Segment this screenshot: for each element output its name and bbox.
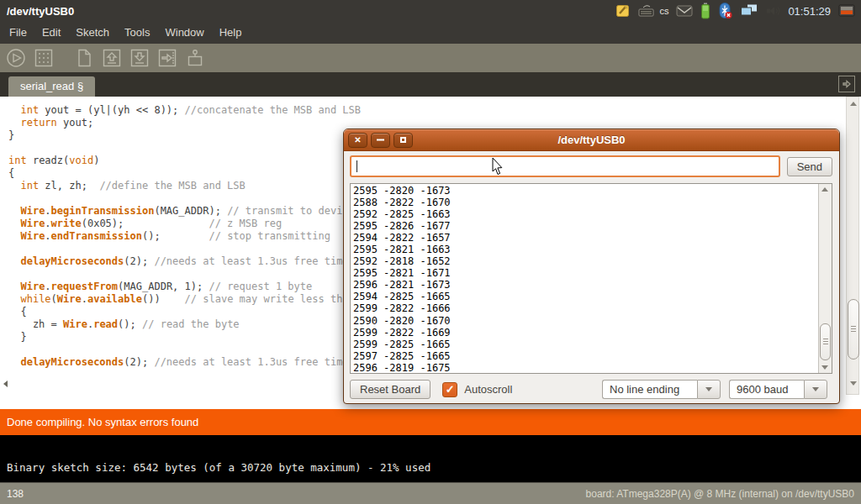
editor-scrollbar[interactable] (846, 97, 859, 395)
serial-window-title: /dev/ttyUSB0 (344, 134, 839, 146)
line-ending-select[interactable]: No line ending (602, 380, 721, 399)
serial-output-line: 2595 -2820 -1673 (353, 185, 816, 197)
serial-output-line: 2595 -2821 -1663 (353, 244, 816, 255)
verify-button[interactable] (5, 47, 27, 69)
notes-icon[interactable] (615, 3, 631, 18)
mouse-cursor (492, 158, 504, 179)
serial-output-text: 2595 -2820 -16732588 -2822 -16702592 -28… (351, 184, 819, 373)
ide-toolbar (0, 44, 861, 72)
open-sketch-button[interactable] (101, 47, 123, 69)
h-scroll-left-arrow[interactable] (3, 381, 8, 387)
serial-output-scrollbar[interactable] (818, 184, 832, 373)
menu-item-window[interactable]: Window (157, 22, 211, 44)
upload-button[interactable] (156, 47, 178, 69)
system-tray: cs 01:51:29 (615, 3, 861, 19)
keyboard-layout-label[interactable]: cs (659, 6, 668, 16)
menu-item-edit[interactable]: Edit (34, 22, 68, 44)
session-menu-icon[interactable] (838, 4, 856, 18)
status-message: Done compiling. No syntax errors found (7, 416, 198, 428)
line-number-indicator: 138 (0, 488, 24, 500)
scroll-up-arrow[interactable] (850, 102, 857, 106)
serial-scrollbar-thumb[interactable] (820, 323, 831, 360)
console-text: Binary sketch size: 6542 bytes (of a 307… (7, 461, 430, 474)
chevron-down-icon[interactable] (697, 380, 721, 399)
board-info: board: ATmega328P(A) @ 8 MHz (internal) … (586, 488, 861, 500)
serial-output-line: 2594 -2822 -1657 (353, 232, 816, 244)
baud-rate-select[interactable]: 9600 baud (729, 380, 827, 399)
serial-output-area[interactable]: 2595 -2820 -16732588 -2822 -16702592 -28… (350, 183, 832, 374)
serial-input-row: Send (344, 151, 839, 181)
console-output: Binary sketch size: 6542 bytes (of a 307… (0, 435, 861, 482)
stop-button[interactable] (33, 47, 55, 69)
menu-item-tools[interactable]: Tools (117, 22, 157, 44)
serial-controls-row: Reset Board ✓ Autoscroll No line ending … (344, 374, 839, 399)
bluetooth-disabled-icon[interactable] (718, 3, 732, 19)
scroll-down-arrow[interactable] (850, 381, 857, 386)
compile-status-bar: Done compiling. No syntax errors found (0, 409, 861, 435)
menu-item-help[interactable]: Help (212, 22, 250, 44)
serial-output-line: 2592 -2818 -1652 (353, 255, 816, 267)
code-line: int yout = (yl|(yh << 8)); //concatenate… (8, 104, 861, 117)
serial-output-line: 2596 -2819 -1675 (353, 362, 816, 374)
desktop-titlebar: /dev/ttyUSB0 cs 01:51:29 (0, 0, 861, 22)
send-button[interactable]: Send (787, 157, 832, 176)
serial-output-line: 2599 -2825 -1665 (353, 339, 816, 350)
scroll-down-arrow[interactable] (821, 365, 828, 370)
baud-rate-value: 9600 baud (729, 380, 804, 399)
network-icon[interactable] (740, 3, 758, 18)
serial-output-line: 2599 -2822 -1666 (353, 302, 816, 314)
new-sketch-button[interactable] (73, 47, 95, 69)
menu-item-file[interactable]: File (2, 22, 34, 44)
scroll-up-arrow[interactable] (821, 187, 828, 192)
tab-serial-read[interactable]: serial_read § (8, 76, 95, 97)
ide-footer: 138 board: ATmega328P(A) @ 8 MHz (intern… (0, 482, 861, 504)
save-sketch-button[interactable] (129, 47, 151, 69)
menubar: FileEditSketchToolsWindowHelp (0, 22, 861, 44)
serial-output-line: 2595 -2826 -1677 (353, 220, 816, 232)
tab-menu-button[interactable] (838, 76, 855, 92)
serial-window-titlebar[interactable]: ✕ /dev/ttyUSB0 (344, 129, 839, 151)
serial-output-line: 2590 -2820 -1670 (353, 315, 816, 327)
serial-output-line: 2594 -2825 -1665 (353, 291, 816, 302)
code-line: return yout; (8, 117, 861, 129)
text-caret (357, 160, 357, 172)
serial-output-line: 2595 -2821 -1671 (353, 267, 816, 279)
volume-icon[interactable] (766, 4, 780, 18)
battery-icon[interactable] (700, 3, 710, 19)
tab-label: serial_read § (20, 80, 83, 92)
serial-input[interactable] (350, 155, 780, 177)
line-ending-value: No line ending (602, 380, 697, 399)
window-title: /dev/ttyUSB0 (0, 5, 74, 18)
menu-item-sketch[interactable]: Sketch (68, 22, 117, 44)
serial-output-line: 2597 -2825 -1665 (353, 350, 816, 362)
chevron-down-icon[interactable] (804, 380, 827, 399)
keyboard-layout-icon[interactable] (638, 4, 655, 18)
tab-strip: serial_read § (0, 72, 861, 97)
clock[interactable]: 01:51:29 (788, 5, 831, 18)
serial-monitor-button[interactable] (184, 47, 206, 69)
editor-scrollbar-thumb[interactable] (848, 299, 859, 360)
serial-output-line: 2588 -2822 -1670 (353, 197, 816, 208)
autoscroll-checkbox[interactable]: ✓ (442, 382, 457, 397)
reset-board-button[interactable]: Reset Board (350, 380, 430, 399)
serial-output-line: 2599 -2822 -1669 (353, 327, 816, 339)
serial-output-line: 2596 -2821 -1673 (353, 279, 816, 291)
serial-output-line: 2592 -2825 -1663 (353, 208, 816, 220)
autoscroll-label: Autoscroll (464, 383, 512, 396)
arduino-ide-screen: /dev/ttyUSB0 cs 01:51:29 FileEditSketchT… (0, 0, 861, 504)
mail-icon[interactable] (676, 5, 693, 17)
serial-monitor-window: ✕ /dev/ttyUSB0 Send 2595 -2820 -16732588… (343, 129, 840, 404)
